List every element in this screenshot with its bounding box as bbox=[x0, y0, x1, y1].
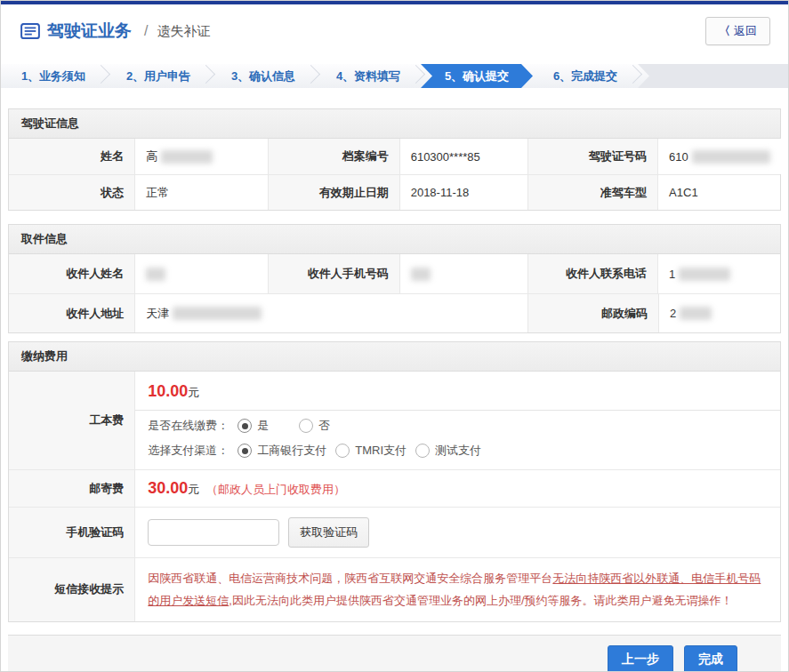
sms-notice-label: 短信接收提示 bbox=[9, 557, 134, 621]
table-row: 收件人姓名 收件人手机号码 收件人联系电话 1 bbox=[9, 254, 780, 293]
recipient-phone-value: 1 bbox=[657, 254, 780, 293]
sms-notice-content: 因陕西省联通、电信运营商技术问题，陕西省互联网交通安全综合服务管理平台无法向持陕… bbox=[134, 557, 780, 621]
work-fee-content: 10.00元 是否在线缴费： 是 否 选择支付渠道： 工商银行支付 bbox=[134, 372, 780, 469]
title-wrap: 驾驶证业务 / 遗失补证 bbox=[20, 20, 210, 43]
mail-fee-content: 30.00元 （邮政人员上门收取费用） bbox=[134, 469, 780, 507]
status-label: 状态 bbox=[9, 174, 134, 210]
expiry-value: 2018-11-18 bbox=[399, 174, 527, 210]
work-fee-row: 工本费 10.00元 是否在线缴费： 是 否 选择支付渠道： bbox=[9, 372, 780, 469]
license-number-value: 610 bbox=[657, 139, 781, 174]
finish-button[interactable]: 完成 bbox=[684, 645, 737, 672]
mail-fee-amount-line: 30.00元 （邮政人员上门收取费用） bbox=[135, 470, 780, 507]
radio-unselected-icon bbox=[415, 444, 430, 458]
recipient-phone-label: 收件人联系电话 bbox=[527, 254, 658, 293]
file-number-label: 档案编号 bbox=[268, 139, 399, 174]
redacted-text bbox=[680, 307, 712, 320]
step-label: 6、完成提交 bbox=[553, 69, 617, 83]
zip-code-value: 2 bbox=[658, 293, 780, 332]
online-payment-question-row: 是否在线缴费： 是 否 bbox=[135, 411, 780, 436]
work-fee-amount: 10.00 bbox=[148, 382, 188, 400]
redacted-text bbox=[161, 150, 213, 164]
radio-yes-label: 是 bbox=[257, 418, 269, 434]
radio-pay-online-no[interactable]: 否 bbox=[299, 418, 330, 434]
radio-no-label: 否 bbox=[318, 418, 330, 434]
step-3-confirm-info[interactable]: 3、确认信息 bbox=[211, 64, 316, 88]
fees-panel: 缴纳费用 工本费 10.00元 是否在线缴费： 是 否 选择支付渠道： bbox=[8, 341, 781, 622]
step-2-user-declaration[interactable]: 2、用户申告 bbox=[106, 64, 211, 88]
mail-fee-amount: 30.00 bbox=[148, 479, 188, 497]
recipient-phone-text: 1 bbox=[669, 268, 675, 281]
mail-fee-unit: 元 bbox=[188, 483, 199, 496]
step-label: 5、确认提交 bbox=[445, 69, 509, 83]
online-payment-question: 是否在线缴费： bbox=[148, 418, 229, 434]
page-title: 驾驶证业务 bbox=[47, 20, 132, 43]
table-row: 姓名 高 档案编号 610300****85 驾驶证号码 610 bbox=[9, 139, 780, 174]
sms-text-before: 因陕西省联通、电信运营商技术问题，陕西省互联网交通安全综合服务管理平台 bbox=[148, 572, 552, 585]
vehicle-class-value: A1C1 bbox=[657, 174, 780, 210]
captcha-input[interactable] bbox=[148, 519, 279, 546]
step-label: 2、用户申告 bbox=[126, 69, 190, 83]
captcha-label: 手机验证码 bbox=[9, 507, 134, 557]
mail-fee-label: 邮寄费 bbox=[9, 469, 134, 507]
mail-fee-note: （邮政人员上门收取费用） bbox=[206, 483, 345, 496]
radio-channel-test[interactable]: 测试支付 bbox=[415, 443, 481, 459]
recipient-mobile-label: 收件人手机号码 bbox=[268, 254, 399, 293]
step-nav: 1、业务须知 2、用户申告 3、确认信息 4、资料填写 5、确认提交 6、完成提… bbox=[1, 64, 788, 88]
work-fee-label: 工本费 bbox=[9, 372, 134, 469]
channel-test-label: 测试支付 bbox=[435, 443, 481, 459]
step-5-confirm-submit-active[interactable]: 5、确认提交 bbox=[421, 64, 533, 88]
redacted-text bbox=[146, 268, 165, 281]
name-label: 姓名 bbox=[9, 139, 134, 174]
step-label: 4、资料填写 bbox=[336, 69, 400, 83]
captcha-row: 手机验证码 获取验证码 bbox=[9, 507, 780, 557]
radio-channel-icbc[interactable]: 工商银行支付 bbox=[238, 443, 326, 459]
captcha-line: 获取验证码 bbox=[135, 508, 780, 557]
license-info-panel: 驾驶证信息 姓名 高 档案编号 610300****85 驾驶证号码 610 状… bbox=[8, 108, 781, 211]
recipient-address-value: 天津 bbox=[134, 293, 527, 332]
recipient-name-value bbox=[134, 254, 268, 293]
status-value: 正常 bbox=[134, 174, 268, 210]
step-separator bbox=[624, 65, 642, 84]
zip-code-label: 邮政编码 bbox=[527, 293, 658, 332]
step-label: 1、业务须知 bbox=[21, 69, 85, 83]
license-number-label: 驾驶证号码 bbox=[527, 139, 658, 174]
step-nav-tail bbox=[638, 64, 788, 88]
radio-selected-icon bbox=[238, 444, 252, 458]
mail-fee-row: 邮寄费 30.00元 （邮政人员上门收取费用） bbox=[9, 469, 780, 507]
recipient-address-text: 天津 bbox=[146, 306, 169, 322]
redacted-text bbox=[411, 268, 431, 281]
radio-unselected-icon bbox=[299, 419, 313, 433]
captcha-content: 获取验证码 bbox=[134, 507, 780, 557]
page-header: 驾驶证业务 / 遗失补证 〈 返回 bbox=[1, 4, 788, 56]
pickup-info-panel: 取件信息 收件人姓名 收件人手机号码 收件人联系电话 1 收件人地址 天津 邮政… bbox=[8, 224, 781, 333]
sms-notice-row: 短信接收提示 因陕西省联通、电信运营商技术问题，陕西省互联网交通安全综合服务管理… bbox=[9, 557, 780, 621]
license-info-title: 驾驶证信息 bbox=[9, 109, 780, 139]
step-label: 3、确认信息 bbox=[231, 69, 295, 83]
recipient-name-label: 收件人姓名 bbox=[9, 254, 134, 293]
fees-title: 缴纳费用 bbox=[9, 342, 780, 372]
step-4-fill-data[interactable]: 4、资料填写 bbox=[316, 64, 421, 88]
step-1-business-notice[interactable]: 1、业务须知 bbox=[1, 64, 106, 88]
breadcrumb-separator: / bbox=[144, 23, 148, 39]
radio-unselected-icon bbox=[335, 444, 350, 458]
back-chevron-icon: 〈 bbox=[719, 23, 730, 39]
payment-channel-question: 选择支付渠道： bbox=[148, 443, 229, 459]
back-button[interactable]: 〈 返回 bbox=[705, 17, 770, 45]
step-6-complete-submit[interactable]: 6、完成提交 bbox=[533, 64, 638, 88]
payment-channel-row: 选择支付渠道： 工商银行支付 TMRI支付 测试支付 bbox=[135, 436, 780, 469]
channel-tmri-label: TMRI支付 bbox=[355, 443, 407, 459]
zip-code-text: 2 bbox=[670, 307, 676, 320]
name-value-text: 高 bbox=[146, 148, 157, 164]
radio-selected-icon bbox=[238, 419, 252, 433]
back-button-label: 返回 bbox=[734, 23, 757, 39]
vehicle-class-label: 准驾车型 bbox=[527, 174, 658, 210]
footer-action-bar: 上一步 完成 bbox=[8, 635, 781, 672]
radio-channel-tmri[interactable]: TMRI支付 bbox=[335, 443, 407, 459]
step-separator bbox=[407, 65, 425, 84]
table-row: 收件人地址 天津 邮政编码 2 bbox=[9, 293, 780, 332]
previous-step-button[interactable]: 上一步 bbox=[608, 645, 673, 672]
work-fee-unit: 元 bbox=[188, 386, 199, 399]
table-row: 状态 正常 有效期止日期 2018-11-18 准驾车型 A1C1 bbox=[9, 174, 780, 210]
get-captcha-button[interactable]: 获取验证码 bbox=[288, 517, 369, 548]
radio-pay-online-yes[interactable]: 是 bbox=[238, 418, 269, 434]
